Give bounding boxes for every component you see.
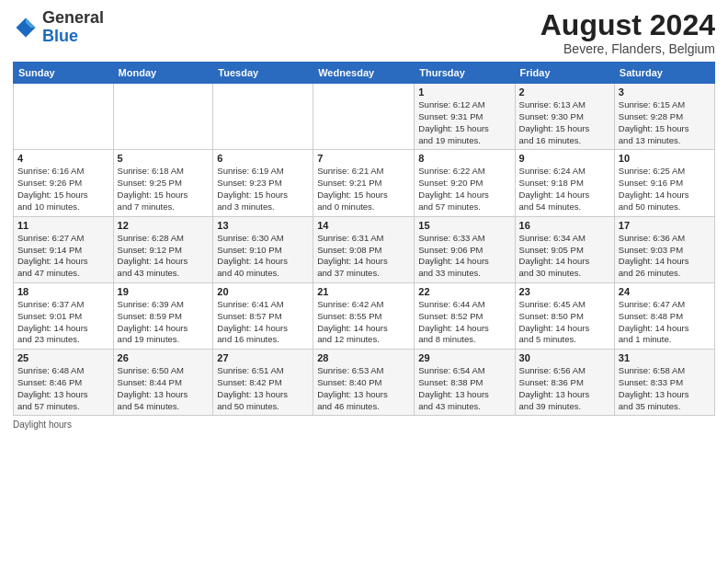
day-cell: 23Sunrise: 6:45 AM Sunset: 8:50 PM Dayli… [515,282,614,349]
day-cell: 5Sunrise: 6:18 AM Sunset: 9:25 PM Daylig… [113,150,213,216]
day-cell: 3Sunrise: 6:15 AM Sunset: 9:28 PM Daylig… [614,84,714,150]
day-cell: 11Sunrise: 6:27 AM Sunset: 9:14 PM Dayli… [14,216,114,282]
day-number: 20 [217,286,309,297]
day-cell: 20Sunrise: 6:41 AM Sunset: 8:57 PM Dayli… [213,282,313,349]
day-cell [313,84,415,150]
day-cell [213,84,313,150]
day-info: Sunrise: 6:19 AM Sunset: 9:23 PM Dayligh… [217,166,309,213]
day-number: 4 [17,153,109,164]
day-info: Sunrise: 6:36 AM Sunset: 9:03 PM Dayligh… [619,233,711,280]
calendar-body: 1Sunrise: 6:12 AM Sunset: 9:31 PM Daylig… [14,84,715,416]
header-day-saturday: Saturday [614,63,714,84]
day-number: 14 [317,220,410,231]
day-number: 22 [418,286,510,297]
day-info: Sunrise: 6:37 AM Sunset: 9:01 PM Dayligh… [17,299,109,346]
day-cell: 13Sunrise: 6:30 AM Sunset: 9:10 PM Dayli… [213,216,313,282]
day-cell: 21Sunrise: 6:42 AM Sunset: 8:55 PM Dayli… [313,282,415,349]
day-number: 24 [619,286,711,297]
location: Bevere, Flanders, Belgium [540,41,715,56]
day-info: Sunrise: 6:25 AM Sunset: 9:16 PM Dayligh… [619,166,711,213]
calendar-table: SundayMondayTuesdayWednesdayThursdayFrid… [13,62,715,416]
day-info: Sunrise: 6:34 AM Sunset: 9:05 PM Dayligh… [519,233,610,280]
day-number: 11 [17,220,109,231]
day-cell: 7Sunrise: 6:21 AM Sunset: 9:21 PM Daylig… [313,150,415,216]
day-number: 28 [317,352,410,363]
day-info: Sunrise: 6:33 AM Sunset: 9:06 PM Dayligh… [418,233,510,280]
day-number: 7 [317,153,410,164]
day-info: Sunrise: 6:53 AM Sunset: 8:40 PM Dayligh… [317,365,410,412]
day-cell: 18Sunrise: 6:37 AM Sunset: 9:01 PM Dayli… [14,282,114,349]
day-cell: 25Sunrise: 6:48 AM Sunset: 8:46 PM Dayli… [14,350,114,416]
logo: General Blue [13,9,104,46]
day-cell: 4Sunrise: 6:16 AM Sunset: 9:26 PM Daylig… [14,150,114,216]
day-info: Sunrise: 6:15 AM Sunset: 9:28 PM Dayligh… [619,99,711,146]
day-number: 16 [519,220,610,231]
day-number: 10 [619,153,711,164]
day-info: Sunrise: 6:30 AM Sunset: 9:10 PM Dayligh… [217,233,309,280]
week-row-2: 4Sunrise: 6:16 AM Sunset: 9:26 PM Daylig… [14,150,715,216]
day-cell: 30Sunrise: 6:56 AM Sunset: 8:36 PM Dayli… [515,350,614,416]
day-cell: 15Sunrise: 6:33 AM Sunset: 9:06 PM Dayli… [415,216,515,282]
day-info: Sunrise: 6:16 AM Sunset: 9:26 PM Dayligh… [17,166,109,213]
day-cell: 1Sunrise: 6:12 AM Sunset: 9:31 PM Daylig… [415,84,515,150]
day-cell: 8Sunrise: 6:22 AM Sunset: 9:20 PM Daylig… [415,150,515,216]
day-cell: 19Sunrise: 6:39 AM Sunset: 8:59 PM Dayli… [113,282,213,349]
day-number: 5 [118,153,210,164]
day-info: Sunrise: 6:13 AM Sunset: 9:30 PM Dayligh… [519,99,610,146]
day-number: 13 [217,220,309,231]
day-number: 15 [418,220,510,231]
day-info: Sunrise: 6:51 AM Sunset: 8:42 PM Dayligh… [217,365,309,412]
week-row-5: 25Sunrise: 6:48 AM Sunset: 8:46 PM Dayli… [14,350,715,416]
header-day-friday: Friday [515,63,614,84]
day-info: Sunrise: 6:21 AM Sunset: 9:21 PM Dayligh… [317,166,410,213]
month-year: August 2024 [540,9,715,41]
header: General Blue August 2024 Bevere, Flander… [13,9,715,56]
header-row: SundayMondayTuesdayWednesdayThursdayFrid… [14,63,715,84]
day-cell: 17Sunrise: 6:36 AM Sunset: 9:03 PM Dayli… [614,216,714,282]
day-info: Sunrise: 6:42 AM Sunset: 8:55 PM Dayligh… [317,299,410,346]
day-cell: 10Sunrise: 6:25 AM Sunset: 9:16 PM Dayli… [614,150,714,216]
day-cell: 28Sunrise: 6:53 AM Sunset: 8:40 PM Dayli… [313,350,415,416]
day-number: 6 [217,153,309,164]
logo-blue-text: Blue [42,27,78,45]
day-cell: 9Sunrise: 6:24 AM Sunset: 9:18 PM Daylig… [515,150,614,216]
header-day-wednesday: Wednesday [313,63,415,84]
day-info: Sunrise: 6:39 AM Sunset: 8:59 PM Dayligh… [118,299,210,346]
day-cell [113,84,213,150]
day-number: 29 [418,352,510,363]
day-number: 26 [118,352,210,363]
day-cell: 2Sunrise: 6:13 AM Sunset: 9:30 PM Daylig… [515,84,614,150]
day-cell: 26Sunrise: 6:50 AM Sunset: 8:44 PM Dayli… [113,350,213,416]
day-info: Sunrise: 6:54 AM Sunset: 8:38 PM Dayligh… [418,365,510,412]
day-number: 8 [418,153,510,164]
header-day-thursday: Thursday [415,63,515,84]
day-number: 9 [519,153,610,164]
day-number: 27 [217,352,309,363]
day-number: 31 [619,352,711,363]
day-info: Sunrise: 6:12 AM Sunset: 9:31 PM Dayligh… [418,99,510,146]
footer-note: Daylight hours [13,419,715,430]
header-day-tuesday: Tuesday [213,63,313,84]
day-info: Sunrise: 6:44 AM Sunset: 8:52 PM Dayligh… [418,299,510,346]
day-number: 12 [118,220,210,231]
day-info: Sunrise: 6:41 AM Sunset: 8:57 PM Dayligh… [217,299,309,346]
day-number: 1 [418,86,510,98]
day-info: Sunrise: 6:24 AM Sunset: 9:18 PM Dayligh… [519,166,610,213]
day-cell: 27Sunrise: 6:51 AM Sunset: 8:42 PM Dayli… [213,350,313,416]
logo-general-text: General [42,8,104,27]
day-info: Sunrise: 6:48 AM Sunset: 8:46 PM Dayligh… [17,365,109,412]
title-block: August 2024 Bevere, Flanders, Belgium [540,9,715,56]
day-cell: 14Sunrise: 6:31 AM Sunset: 9:08 PM Dayli… [313,216,415,282]
day-cell: 31Sunrise: 6:58 AM Sunset: 8:33 PM Dayli… [614,350,714,416]
day-number: 18 [17,286,109,297]
calendar-header: SundayMondayTuesdayWednesdayThursdayFrid… [14,63,715,84]
day-number: 19 [118,286,210,297]
day-number: 25 [17,352,109,363]
day-cell: 12Sunrise: 6:28 AM Sunset: 9:12 PM Dayli… [113,216,213,282]
day-number: 2 [519,86,610,98]
week-row-4: 18Sunrise: 6:37 AM Sunset: 9:01 PM Dayli… [14,282,715,349]
day-info: Sunrise: 6:28 AM Sunset: 9:12 PM Dayligh… [118,233,210,280]
day-number: 23 [519,286,610,297]
day-number: 3 [619,86,711,98]
week-row-3: 11Sunrise: 6:27 AM Sunset: 9:14 PM Dayli… [14,216,715,282]
